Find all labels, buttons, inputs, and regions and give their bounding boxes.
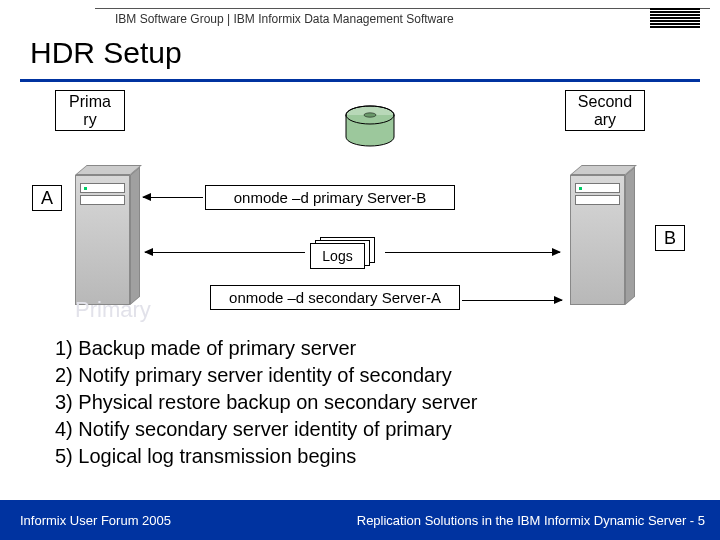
arrow-cmd1-left <box>143 197 203 198</box>
step-2: 2) Notify primary server identity of sec… <box>55 362 680 389</box>
svg-rect-1 <box>650 11 700 13</box>
tag-a: A <box>32 185 62 211</box>
primary-label-box: Prima ry <box>55 90 125 131</box>
header-bar: IBM Software Group | IBM Informix Data M… <box>0 8 720 32</box>
server-secondary-icon <box>560 135 650 305</box>
svg-rect-0 <box>650 8 700 10</box>
arrow-logs-left <box>145 252 305 253</box>
header-rule <box>95 8 710 9</box>
title-block: HDR Setup <box>20 32 700 82</box>
step-5: 5) Logical log transmission begins <box>55 443 680 470</box>
tag-b: B <box>655 225 685 251</box>
breadcrumb: IBM Software Group | IBM Informix Data M… <box>115 12 454 26</box>
svg-rect-4 <box>650 20 700 22</box>
footer-left: Informix User Forum 2005 <box>20 513 171 528</box>
server-primary-icon <box>65 135 155 305</box>
ibm-logo-icon <box>650 8 700 28</box>
secondary-label: Second ary <box>578 93 632 128</box>
steps-list: 1) Backup made of primary server 2) Noti… <box>55 335 680 470</box>
primary-ghost-label: Primary <box>75 297 151 323</box>
command-secondary: onmode –d secondary Server-A <box>210 285 460 310</box>
footer-right: Replication Solutions in the IBM Informi… <box>357 513 705 528</box>
arrow-cmd2-right <box>462 300 562 301</box>
svg-rect-2 <box>650 14 700 16</box>
command-primary: onmode –d primary Server-B <box>205 185 455 210</box>
primary-label: Prima ry <box>69 93 111 128</box>
arrow-logs-right <box>385 252 560 253</box>
svg-point-9 <box>364 113 376 117</box>
step-4: 4) Notify secondary server identity of p… <box>55 416 680 443</box>
step-3: 3) Physical restore backup on secondary … <box>55 389 680 416</box>
page-title: HDR Setup <box>30 36 690 70</box>
logs-icon: Logs <box>310 237 380 271</box>
logs-label: Logs <box>310 243 365 269</box>
svg-rect-5 <box>650 23 700 25</box>
secondary-label-box: Second ary <box>565 90 645 131</box>
svg-rect-6 <box>650 26 700 28</box>
svg-rect-3 <box>650 17 700 19</box>
step-1: 1) Backup made of primary server <box>55 335 680 362</box>
disk-icon <box>345 105 395 147</box>
